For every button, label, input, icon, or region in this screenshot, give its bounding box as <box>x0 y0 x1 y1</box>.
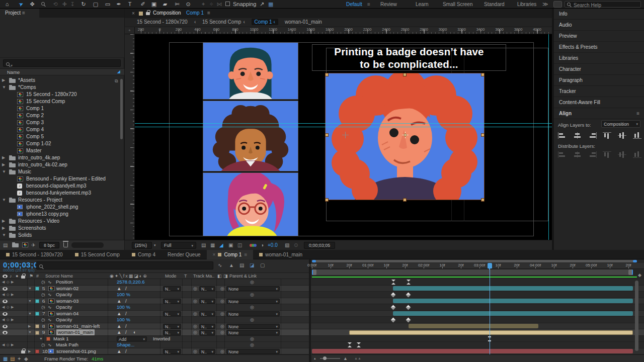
property-value[interactable]: 100 % <box>117 292 130 298</box>
selection-handle[interactable] <box>481 198 485 202</box>
align-top-button[interactable] <box>603 132 611 139</box>
layer-label-chip[interactable] <box>35 299 39 303</box>
align-bottom-button[interactable] <box>633 132 641 139</box>
mask-inverted-label[interactable]: Inverted <box>153 336 170 342</box>
project-flowchart-icon[interactable]: ⧉ <box>115 78 118 84</box>
blend-mode-dropdown[interactable]: N..▾ <box>163 349 181 354</box>
track-row[interactable] <box>311 317 644 323</box>
add-keyframe-icon[interactable]: ◇ <box>7 317 9 323</box>
pan-handle-icon[interactable]: ▲▲ <box>354 356 361 360</box>
layer-label-chip[interactable] <box>35 349 39 353</box>
view-axis-mode-icon[interactable]: ⋈ <box>215 0 223 9</box>
transparency-grid-icon[interactable]: ▦ <box>210 240 215 250</box>
mask-icon[interactable]: ◖ <box>133 329 136 335</box>
color-depth-button[interactable]: 8 bpc <box>39 242 59 248</box>
hand-tool[interactable]: ✥ <box>28 0 36 9</box>
mask-label-chip[interactable] <box>46 337 50 341</box>
parent-dropdown[interactable]: None▾ <box>226 286 280 292</box>
layer-visibility-icon[interactable] <box>3 331 8 334</box>
mask-mode-dropdown[interactable]: Add▾ <box>117 336 147 342</box>
keyframe-easy-ease-icon[interactable] <box>357 342 361 347</box>
quality-icon[interactable]: ▲ <box>117 311 121 317</box>
align-horizontal-center-button[interactable] <box>573 132 582 139</box>
sidebar-panel-audio[interactable]: Audio <box>554 20 644 31</box>
sidebar-panel-character[interactable]: Character <box>554 64 644 75</box>
graph-icon[interactable]: ∿ <box>48 304 52 310</box>
project-item[interactable]: ▼Music <box>0 168 124 175</box>
layer-name[interactable]: woman-01_main <box>56 329 95 335</box>
horizontal-ruler[interactable]: 2000200400600800100012001400160018002000… <box>135 27 552 34</box>
selection-handle[interactable] <box>325 198 329 202</box>
add-keyframe-icon[interactable]: ◇ <box>7 342 9 348</box>
trackmatte-pickwhip-icon[interactable]: ◎ <box>193 311 197 317</box>
timeline-vscrollbar[interactable] <box>635 281 638 351</box>
align-panel-menu-icon[interactable]: ≡ <box>636 108 639 119</box>
project-scrollbar[interactable] <box>120 79 123 139</box>
graph-icon[interactable]: ∿ <box>48 317 52 323</box>
workspace-manager-icon[interactable] <box>553 1 562 8</box>
character-thumb-woman-03[interactable] <box>203 101 298 171</box>
layer-label-chip[interactable] <box>35 331 39 335</box>
trackmatte-dropdown[interactable]: N..▾ <box>199 311 215 317</box>
layer-lock-icon[interactable] <box>21 350 25 353</box>
keyframe-diamond-icon[interactable] <box>406 293 411 298</box>
lock-icon[interactable] <box>146 12 150 15</box>
align-panel-header[interactable]: Align ≡ <box>554 108 644 119</box>
project-item[interactable]: Comp 3 <box>0 119 124 126</box>
guide-horizontal[interactable] <box>135 127 552 127</box>
project-item[interactable]: Comp 4 <box>0 126 124 133</box>
property-row[interactable]: ◀◇▶◷∿Mask PathShape...◎ <box>0 342 309 348</box>
quality-icon[interactable]: ▲ <box>117 329 121 335</box>
parent-pickwhip-icon[interactable]: ◎ <box>220 323 224 329</box>
layer-caret-icon[interactable]: ▶ <box>28 348 31 354</box>
layer-name[interactable]: woman-04 <box>56 311 78 317</box>
snapshot-icon[interactable]: ▧ <box>285 240 289 250</box>
zoom-out-icon[interactable]: ▴ <box>314 356 316 360</box>
fx-icon[interactable]: / <box>125 286 127 292</box>
project-item[interactable]: ▶Screenshots <box>0 225 124 232</box>
close-icon[interactable]: × <box>132 11 135 16</box>
t-column-header[interactable]: T <box>184 273 187 279</box>
trackmatte-column-header[interactable]: Track Ma.. <box>193 273 214 279</box>
track-area[interactable] <box>311 279 644 354</box>
camera-tool[interactable]: ▢ <box>92 0 100 9</box>
expand-icon[interactable]: ▶ <box>2 154 5 161</box>
layer-row[interactable]: ▼7woman-04▲/N..▾◎N..▾◎None▾ <box>0 311 309 317</box>
tab-menu-icon[interactable]: ≡ <box>244 250 247 259</box>
trackmatte-dropdown[interactable]: N..▾ <box>199 349 215 354</box>
layer-duration-bar[interactable] <box>349 330 633 335</box>
expand-icon[interactable]: ▶ <box>2 161 5 168</box>
track-row[interactable] <box>311 279 644 286</box>
property-row[interactable]: ◀◇▶◷∿Opacity100 %◎ <box>0 292 309 298</box>
keyframe-diamond-icon[interactable] <box>391 305 396 310</box>
exposure-icon[interactable]: ◑ <box>261 240 264 250</box>
layer-caret-icon[interactable]: ▼ <box>28 311 32 317</box>
timeline-navigator-bar[interactable] <box>312 260 637 262</box>
parent-pickwhip-icon[interactable]: ◎ <box>220 311 224 317</box>
keyframe-diamond-icon[interactable] <box>391 293 396 298</box>
timeline-search-input[interactable] <box>36 261 213 269</box>
snap-features-icon[interactable]: ▦ <box>268 0 273 9</box>
track-row[interactable] <box>311 329 644 336</box>
new-folder-icon[interactable] <box>12 243 19 247</box>
quality-icon[interactable]: ▲ <box>117 348 121 354</box>
track-row[interactable] <box>311 311 644 317</box>
align-right-button[interactable] <box>588 132 597 139</box>
dolly-camera-tool[interactable]: ↧ <box>68 0 76 9</box>
project-tab[interactable]: Project ≡ <box>0 9 39 18</box>
property-name[interactable]: Mask Path <box>56 342 78 348</box>
sidebar-panel-content-aware-fill[interactable]: Content-Aware Fill <box>554 97 644 108</box>
keyframe-diamond-icon[interactable] <box>406 318 411 323</box>
parent-pickwhip-icon[interactable]: ◎ <box>220 329 224 335</box>
property-value[interactable]: 100 % <box>117 304 130 310</box>
selection-handle[interactable] <box>325 133 329 137</box>
project-item[interactable]: 15 Second Comp <box>0 98 124 105</box>
parent-dropdown[interactable]: None▾ <box>226 349 280 354</box>
prev-keyframe-icon[interactable]: ◀ <box>2 279 5 285</box>
workspace-menu-icon[interactable]: ≡ <box>367 0 370 9</box>
pan-camera-tool[interactable]: ✚ <box>60 0 68 9</box>
trackmatte-dropdown[interactable]: N..▾ <box>199 324 215 329</box>
time-ruler[interactable]: 0:00f10f20f01:00f10f20f02:00f10f20f03:00… <box>311 263 644 269</box>
snapping-checkbox[interactable] <box>225 2 230 6</box>
project-item[interactable]: Comp 5 <box>0 133 124 140</box>
